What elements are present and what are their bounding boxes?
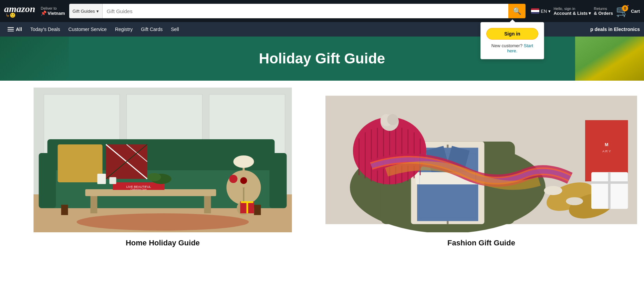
svg-point-32 [229,175,238,183]
home-guide-label: Home Holiday Guide [7,239,319,254]
chevron-down-icon: ▾ [96,9,99,14]
lang-chevron-icon: ▾ [548,9,551,14]
returns-nav[interactable]: Returns & Orders [594,7,613,16]
svg-rect-17 [91,196,97,213]
hero-title: Holiday Gift Guide [0,50,644,67]
svg-point-25 [147,173,161,181]
deliver-to[interactable]: Deliver to 📌 Vietnam [41,6,65,16]
svg-rect-72 [608,172,611,209]
svg-rect-16 [85,189,216,196]
nav-item-sell[interactable]: Sell [167,24,182,35]
nav-item-todays-deals[interactable]: Today's Deals [27,24,64,35]
account-line2: Account & Lists [553,11,588,16]
search-category-dropdown[interactable]: Gift Guides ▾ [69,4,103,18]
svg-text:A R Y: A R Y [602,149,611,153]
amazon-logo[interactable]: amazon ↳🙂 [4,4,35,18]
location-pin-icon: 📌 [41,10,46,16]
cart-icon: 🛒 0 [616,4,630,18]
svg-text:M: M [605,142,608,147]
all-menu-button[interactable]: All [4,24,25,35]
search-icon: 🔍 [513,7,521,15]
logo-smile-icon: ↳🙂 [6,12,15,18]
promo-ticker: p deals in Electronics [590,27,640,32]
account-line1: Hello, sign in [553,7,591,11]
nav-item-gift-cards[interactable]: Gift Cards [137,24,166,35]
account-chevron-icon: ▾ [589,11,591,16]
hero-decoration-left [0,37,69,81]
svg-point-64 [544,186,562,195]
svg-rect-18 [204,196,211,213]
hamburger-icon [8,27,14,31]
svg-point-61 [387,114,398,125]
fashion-guide-label: Fashion Gift Guide [325,239,637,254]
search-button[interactable]: 🔍 [508,4,526,18]
svg-rect-23 [110,177,116,184]
search-bar: Gift Guides ▾ 🔍 [69,4,526,18]
cart-count: 0 [622,5,628,11]
svg-point-37 [77,213,249,231]
product-section: LIVE BEAUTIFUL Catherine Opie [0,81,644,254]
new-customer-text: New customer? [491,43,522,48]
product-card-fashion[interactable]: M A R Y Fashion Gift Guide [325,88,637,254]
nav-right: EN ▾ Hello, sign in Account & Lists ▾ Re… [531,4,640,18]
svg-rect-7 [39,153,56,208]
svg-rect-8 [270,153,287,208]
hero-banner: Holiday Gift Guide [0,37,644,81]
returns-line2: & Orders [594,11,613,16]
signin-dropdown: Sign in New customer? Start here. [480,22,544,59]
top-navigation: amazon ↳🙂 Deliver to 📌 Vietnam Gift Guid… [0,0,644,22]
returns-line1: Returns [594,7,613,11]
svg-text:Catherine Opie: Catherine Opie [131,188,147,191]
secondary-navigation: All Today's Deals Customer Service Regis… [0,22,644,37]
svg-point-65 [566,197,583,205]
language-selector[interactable]: EN ▾ [531,8,551,14]
all-label: All [16,27,22,32]
account-nav[interactable]: Hello, sign in Account & Lists ▾ [553,7,591,16]
us-flag-icon [531,8,539,14]
svg-rect-36 [247,201,248,213]
home-holiday-image: LIVE BEAUTIFUL Catherine Opie [7,88,319,232]
cart-nav[interactable]: 🛒 0 Cart [616,4,640,18]
search-input[interactable] [103,4,509,18]
nav-item-customer-service[interactable]: Customer Service [65,24,110,35]
svg-rect-9 [61,205,68,215]
product-card-home[interactable]: LIVE BEAUTIFUL Catherine Opie [7,88,319,254]
hero-decoration-right [575,37,644,81]
svg-point-33 [240,177,247,184]
deliver-label: Deliver to [41,6,65,10]
svg-rect-11 [58,144,103,182]
new-customer-line: New customer? Start here. [486,43,538,53]
nav-item-registry[interactable]: Registry [112,24,136,35]
signin-button[interactable]: Sign in [486,28,538,40]
svg-rect-22 [97,174,106,184]
deliver-country: Vietnam [48,11,65,16]
category-label: Gift Guides [73,9,95,14]
svg-point-31 [233,155,254,168]
lang-label: EN [541,9,547,14]
fashion-gift-image: M A R Y [325,88,637,232]
cart-label: Cart [631,9,640,14]
svg-rect-10 [254,205,261,215]
